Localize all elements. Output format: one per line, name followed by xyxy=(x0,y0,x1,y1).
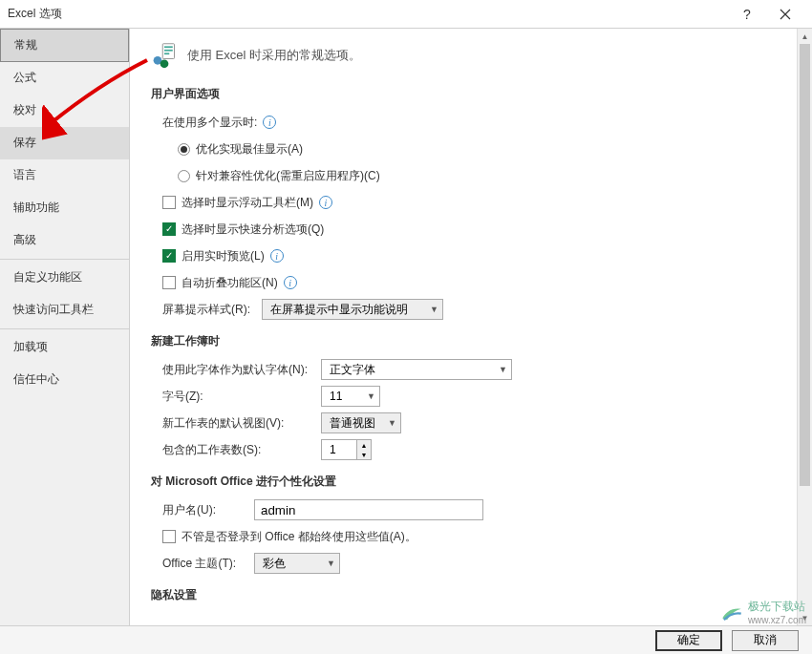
checkbox-quick-analysis[interactable] xyxy=(162,222,176,236)
theme-combo[interactable]: 彩色 ▼ xyxy=(254,553,340,574)
sidebar-separator xyxy=(0,259,129,260)
sidebar-label: 语言 xyxy=(13,168,36,181)
radio-optimize-display[interactable] xyxy=(178,143,190,156)
sidebar-item-advanced[interactable]: 高级 xyxy=(0,224,129,257)
sidebar-label: 校对 xyxy=(13,103,36,116)
close-button[interactable] xyxy=(766,0,804,29)
chevron-down-icon: ▼ xyxy=(388,418,396,428)
cb-collapse-ribbon-label: 自动折叠功能区(N) xyxy=(182,275,278,291)
sidebar-item-trust-center[interactable]: 信任中心 xyxy=(0,364,129,396)
options-header-icon xyxy=(151,42,178,69)
sidebar-separator xyxy=(0,328,129,329)
sidebar: 常规 公式 校对 保存 语言 辅助功能 高级 自定义功能区 快速访问工具栏 加载… xyxy=(0,29,130,625)
dialog-footer: 确定 取消 xyxy=(0,625,812,654)
default-font-label: 使用此字体作为默认字体(N): xyxy=(162,362,315,378)
window-title: Excel 选项 xyxy=(8,6,728,22)
screentip-value: 在屏幕提示中显示功能说明 xyxy=(270,302,422,318)
multi-display-label: 在使用多个显示时: xyxy=(162,115,257,131)
cb-always-use-label: 不管是否登录到 Office 都始终使用这些值(A)。 xyxy=(182,529,417,545)
section-newwb-title: 新建工作簿时 xyxy=(151,333,791,349)
chevron-down-icon: ▼ xyxy=(367,391,375,401)
content-pane: 使用 Excel 时采用的常规选项。 用户界面选项 在使用多个显示时: 优化实现… xyxy=(130,29,812,625)
sidebar-item-addins[interactable]: 加载项 xyxy=(0,331,129,364)
sidebar-item-formulas[interactable]: 公式 xyxy=(0,62,129,95)
ok-label: 确定 xyxy=(677,632,700,648)
svg-rect-1 xyxy=(164,46,173,48)
section-personalize-title: 对 Microsoft Office 进行个性化设置 xyxy=(151,474,791,490)
chevron-down-icon: ▼ xyxy=(499,365,507,374)
sidebar-label: 加载项 xyxy=(13,340,48,353)
chevron-down-icon: ▼ xyxy=(327,559,335,568)
sidebar-item-proofing[interactable]: 校对 xyxy=(0,95,129,127)
svg-rect-3 xyxy=(164,53,169,54)
scroll-thumb[interactable] xyxy=(800,44,810,486)
screentip-label: 屏幕提示样式(R): xyxy=(162,302,256,318)
default-view-combo[interactable]: 普通视图 ▼ xyxy=(321,412,401,433)
checkbox-float-toolbar[interactable] xyxy=(162,196,176,209)
default-font-value: 正文字体 xyxy=(330,362,491,378)
font-size-combo[interactable]: 11 ▼ xyxy=(321,386,380,407)
sheet-count-label: 包含的工作表数(S): xyxy=(162,442,315,458)
chevron-down-icon: ▼ xyxy=(430,305,438,314)
info-icon[interactable] xyxy=(284,276,297,289)
checkbox-always-use-values[interactable] xyxy=(162,530,176,543)
radio-compat-label: 针对兼容性优化(需重启应用程序)(C) xyxy=(196,168,380,184)
cb-live-preview-label: 启用实时预览(L) xyxy=(182,248,265,264)
checkbox-collapse-ribbon[interactable] xyxy=(162,276,176,289)
screentip-combo[interactable]: 在屏幕提示中显示功能说明 ▼ xyxy=(262,299,443,320)
sidebar-label: 公式 xyxy=(13,71,36,84)
spinner-up[interactable]: ▲ xyxy=(357,440,371,450)
theme-value: 彩色 xyxy=(263,556,319,572)
sheet-count-spinner[interactable]: 1 ▲ ▼ xyxy=(321,439,372,460)
sidebar-item-quick-access[interactable]: 快速访问工具栏 xyxy=(0,294,129,327)
section-ui-title: 用户界面选项 xyxy=(151,86,791,102)
username-label: 用户名(U): xyxy=(162,502,248,518)
sidebar-label: 辅助功能 xyxy=(13,200,59,214)
header-text: 使用 Excel 时采用的常规选项。 xyxy=(187,47,361,64)
sidebar-item-accessibility[interactable]: 辅助功能 xyxy=(0,192,129,224)
radio-optimize-label: 优化实现最佳显示(A) xyxy=(196,141,303,158)
sidebar-label: 常规 xyxy=(14,38,37,52)
sidebar-item-language[interactable]: 语言 xyxy=(0,159,129,192)
theme-label: Office 主题(T): xyxy=(162,556,248,572)
sidebar-label: 信任中心 xyxy=(13,372,59,386)
sidebar-label: 高级 xyxy=(13,233,36,246)
info-icon[interactable] xyxy=(319,196,332,209)
default-view-label: 新工作表的默认视图(V): xyxy=(162,415,315,432)
close-icon xyxy=(780,9,791,20)
scroll-up-arrow[interactable]: ▲ xyxy=(798,29,812,44)
username-input[interactable] xyxy=(254,499,483,520)
cancel-button[interactable]: 取消 xyxy=(732,630,799,651)
checkbox-live-preview[interactable] xyxy=(162,249,176,263)
sidebar-item-save[interactable]: 保存 xyxy=(0,127,129,159)
font-size-label: 字号(Z): xyxy=(162,389,315,405)
spinner-down[interactable]: ▼ xyxy=(357,450,371,459)
sidebar-label: 自定义功能区 xyxy=(13,270,82,284)
scroll-down-arrow[interactable]: ▼ xyxy=(798,610,812,625)
radio-compat-display[interactable] xyxy=(178,170,190,182)
default-view-value: 普通视图 xyxy=(330,415,380,432)
cancel-label: 取消 xyxy=(754,632,777,648)
sidebar-label: 快速访问工具栏 xyxy=(13,303,94,316)
svg-rect-2 xyxy=(164,50,173,52)
cb-float-toolbar-label: 选择时显示浮动工具栏(M) xyxy=(182,195,313,211)
help-button[interactable]: ? xyxy=(728,0,766,29)
info-icon[interactable] xyxy=(270,249,284,263)
sidebar-label: 保存 xyxy=(13,136,36,149)
sheet-count-value: 1 xyxy=(322,440,356,459)
sidebar-item-customize-ribbon[interactable]: 自定义功能区 xyxy=(0,262,129,294)
vertical-scrollbar[interactable]: ▲ ▼ xyxy=(797,29,812,625)
titlebar: Excel 选项 ? xyxy=(0,0,812,29)
sidebar-item-general[interactable]: 常规 xyxy=(0,29,129,62)
default-font-combo[interactable]: 正文字体 ▼ xyxy=(321,359,512,380)
scroll-track[interactable] xyxy=(798,44,812,610)
font-size-value: 11 xyxy=(330,390,359,403)
info-icon[interactable] xyxy=(263,116,276,129)
section-privacy-title: 隐私设置 xyxy=(151,587,791,603)
ok-button[interactable]: 确定 xyxy=(655,630,722,651)
cb-quick-analysis-label: 选择时显示快速分析选项(Q) xyxy=(182,222,324,238)
svg-point-5 xyxy=(160,59,169,68)
